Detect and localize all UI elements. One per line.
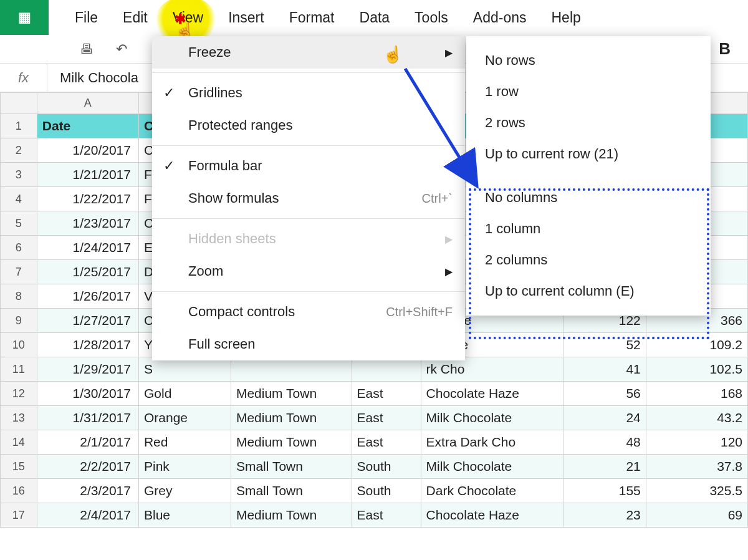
cell[interactable]: Gold — [138, 382, 231, 406]
cell[interactable]: 69 — [646, 503, 747, 528]
freeze-1-column[interactable]: 1 column — [466, 213, 711, 244]
cell[interactable]: Pink — [138, 455, 231, 479]
cell[interactable]: Medium Town — [231, 430, 352, 455]
cell[interactable]: 155 — [563, 479, 646, 503]
cell[interactable]: South — [352, 479, 421, 503]
corner-cell[interactable] — [1, 93, 37, 114]
row-header[interactable]: 12 — [1, 382, 37, 406]
menu-item-zoom[interactable]: Zoom ▶ — [152, 255, 465, 287]
cell[interactable]: 2/3/2017 — [37, 479, 138, 503]
cell[interactable]: S — [138, 357, 231, 382]
menu-file[interactable]: File — [62, 4, 110, 31]
freeze-1-row[interactable]: 1 row — [466, 76, 711, 107]
menu-data[interactable]: Data — [347, 4, 403, 31]
print-button[interactable]: 🖶 — [69, 41, 105, 57]
row-header[interactable]: 15 — [1, 455, 37, 479]
row-header[interactable]: 16 — [1, 479, 37, 503]
menu-item-formula-bar[interactable]: ✓ Formula bar — [152, 150, 465, 182]
row-header[interactable]: 13 — [1, 406, 37, 430]
cell[interactable]: 168 — [646, 382, 747, 406]
menu-item-full-screen[interactable]: Full screen — [152, 328, 465, 360]
menu-format[interactable]: Format — [277, 4, 347, 31]
cell[interactable]: 2/1/2017 — [37, 430, 138, 455]
row-header[interactable]: 3 — [1, 163, 37, 187]
cell[interactable]: East — [352, 406, 421, 430]
cell[interactable]: 43.2 — [646, 406, 747, 430]
cell[interactable]: rk Cho — [421, 357, 563, 382]
cell[interactable]: 2/4/2017 — [37, 503, 138, 528]
row-header[interactable]: 10 — [1, 333, 37, 357]
cell[interactable]: Orange — [138, 406, 231, 430]
cell[interactable]: 21 — [563, 455, 646, 479]
sheets-app-icon[interactable]: ▦ — [0, 0, 49, 35]
row-header[interactable]: 5 — [1, 211, 37, 236]
menu-help[interactable]: Help — [539, 4, 593, 31]
freeze-no-columns[interactable]: No columns — [466, 182, 711, 213]
freeze-up-to-column[interactable]: Up to current column (E) — [466, 276, 711, 307]
cell[interactable]: 1/24/2017 — [37, 236, 138, 260]
cell[interactable]: 37.8 — [646, 455, 747, 479]
cell[interactable]: Blue — [138, 503, 231, 528]
cell[interactable]: 120 — [646, 430, 747, 455]
row-header[interactable]: 4 — [1, 187, 37, 211]
cell[interactable]: Chocolate Haze — [421, 503, 563, 528]
menu-item-gridlines[interactable]: ✓ Gridlines — [152, 77, 465, 109]
cell[interactable]: 41 — [563, 357, 646, 382]
cell[interactable]: 109.2 — [646, 333, 747, 357]
cell[interactable]: 1/25/2017 — [37, 260, 138, 284]
cell[interactable]: 1/28/2017 — [37, 333, 138, 357]
menu-tools[interactable]: Tools — [402, 4, 461, 31]
cell[interactable]: Chocolate Haze — [421, 382, 563, 406]
cell[interactable]: 1/29/2017 — [37, 357, 138, 382]
cell[interactable]: 1/27/2017 — [37, 309, 138, 333]
freeze-2-rows[interactable]: 2 rows — [466, 107, 711, 138]
menu-item-compact-controls[interactable]: Compact controls Ctrl+Shift+F — [152, 296, 465, 328]
menu-edit[interactable]: Edit — [110, 4, 160, 31]
cell[interactable]: 48 — [563, 430, 646, 455]
cell[interactable]: 1/23/2017 — [37, 211, 138, 236]
cell[interactable] — [352, 357, 421, 382]
cell[interactable]: Extra Dark Cho — [421, 430, 563, 455]
cell[interactable]: 1/30/2017 — [37, 382, 138, 406]
menu-insert[interactable]: Insert — [216, 4, 277, 31]
cell[interactable]: East — [352, 430, 421, 455]
cell[interactable] — [231, 357, 352, 382]
cell[interactable]: Milk Chocolate — [421, 406, 563, 430]
cell[interactable]: Dark Chocolate — [421, 479, 563, 503]
cell[interactable]: East — [352, 382, 421, 406]
cell[interactable]: 1/21/2017 — [37, 163, 138, 187]
cell[interactable]: Milk Chocolate — [421, 455, 563, 479]
cell[interactable]: 1/22/2017 — [37, 187, 138, 211]
cell[interactable]: 1/20/2017 — [37, 138, 138, 163]
row-header[interactable]: 2 — [1, 138, 37, 163]
menu-item-protected-ranges[interactable]: Protected ranges — [152, 109, 465, 142]
cell[interactable]: Grey — [138, 479, 231, 503]
cell[interactable]: 2/2/2017 — [37, 455, 138, 479]
cell[interactable]: 1/31/2017 — [37, 406, 138, 430]
row-header[interactable]: 6 — [1, 236, 37, 260]
cell[interactable]: 52 — [563, 333, 646, 357]
cell[interactable]: 56 — [563, 382, 646, 406]
cell[interactable]: Small Town — [231, 455, 352, 479]
cell[interactable]: 1/26/2017 — [37, 284, 138, 309]
cell[interactable]: 102.5 — [646, 357, 747, 382]
freeze-no-rows[interactable]: No rows — [466, 45, 711, 76]
row-header[interactable]: 1 — [1, 114, 37, 138]
row-header[interactable]: 11 — [1, 357, 37, 382]
freeze-up-to-row[interactable]: Up to current row (21) — [466, 138, 711, 170]
cell[interactable]: 23 — [563, 503, 646, 528]
row-header[interactable]: 8 — [1, 284, 37, 309]
cell[interactable]: 325.5 — [646, 479, 747, 503]
cell[interactable]: East — [352, 503, 421, 528]
cell[interactable]: South — [352, 455, 421, 479]
freeze-2-columns[interactable]: 2 columns — [466, 244, 711, 276]
fx-value[interactable]: Milk Chocola — [47, 70, 138, 86]
cell[interactable]: Medium Town — [231, 503, 352, 528]
row-header[interactable]: 7 — [1, 260, 37, 284]
row-header[interactable]: 17 — [1, 503, 37, 528]
row-header[interactable]: 9 — [1, 309, 37, 333]
menu-addons[interactable]: Add-ons — [461, 4, 539, 31]
cell[interactable]: 24 — [563, 406, 646, 430]
cell[interactable]: Red — [138, 430, 231, 455]
undo-button[interactable]: ↶ — [105, 41, 138, 57]
